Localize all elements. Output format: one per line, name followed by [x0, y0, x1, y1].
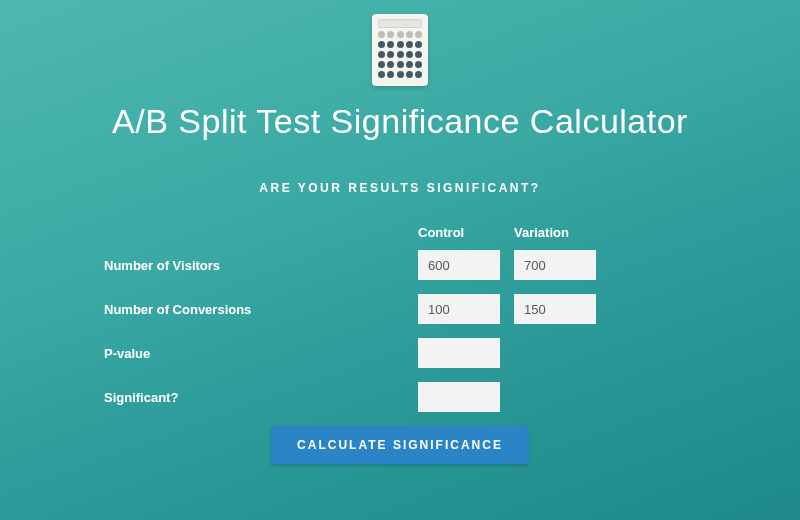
column-headers: Control Variation [80, 225, 720, 240]
label-conversions: Number of Conversions [104, 302, 404, 317]
row-significant: Significant? [80, 382, 720, 412]
column-header-control: Control [418, 225, 500, 240]
row-pvalue: P-value [80, 338, 720, 368]
input-visitors-control[interactable] [418, 250, 500, 280]
form: Control Variation Number of Visitors Num… [80, 225, 720, 464]
input-conversions-control[interactable] [418, 294, 500, 324]
input-conversions-variation[interactable] [514, 294, 596, 324]
row-visitors: Number of Visitors [80, 250, 720, 280]
page-subtitle: ARE YOUR RESULTS SIGNIFICANT? [259, 181, 540, 195]
page: A/B Split Test Significance Calculator A… [0, 0, 800, 520]
input-visitors-variation[interactable] [514, 250, 596, 280]
actions: CALCULATE SIGNIFICANCE [80, 426, 720, 464]
row-conversions: Number of Conversions [80, 294, 720, 324]
label-significant: Significant? [104, 390, 404, 405]
column-header-variation: Variation [514, 225, 596, 240]
output-significant[interactable] [418, 382, 500, 412]
calculate-button[interactable]: CALCULATE SIGNIFICANCE [271, 426, 529, 464]
output-pvalue[interactable] [418, 338, 500, 368]
label-pvalue: P-value [104, 346, 404, 361]
page-title: A/B Split Test Significance Calculator [112, 102, 688, 141]
label-visitors: Number of Visitors [104, 258, 404, 273]
calculator-icon [372, 14, 428, 86]
